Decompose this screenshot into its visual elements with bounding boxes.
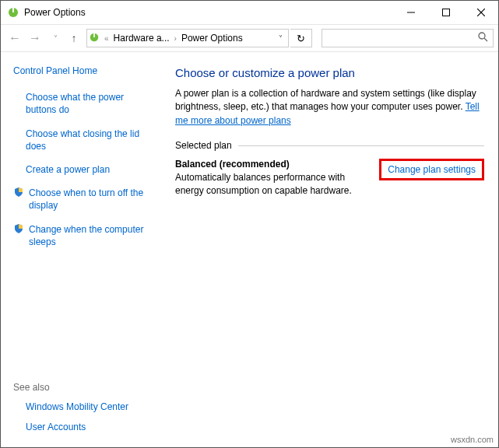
page-description: A power plan is a collection of hardware… xyxy=(175,87,484,128)
plan-description: Automatically balances performance with … xyxy=(175,171,371,198)
see-also-section: See also Windows Mobility Center User Ac… xyxy=(13,382,156,439)
maximize-button[interactable] xyxy=(428,1,463,24)
page-heading: Choose or customize a power plan xyxy=(175,66,484,79)
breadcrumb-power-options[interactable]: Power Options xyxy=(181,33,243,44)
shield-icon xyxy=(13,187,24,200)
window-title: Power Options xyxy=(24,7,393,18)
recent-locations-dropdown[interactable]: ˅ xyxy=(46,29,65,47)
sidebar-item-label: Choose what closing the lid does xyxy=(26,128,156,152)
description-text: A power plan is a collection of hardware… xyxy=(175,88,476,112)
sidebar-item-label: Create a power plan xyxy=(26,163,110,176)
shield-icon xyxy=(13,223,24,236)
svg-rect-3 xyxy=(442,9,449,16)
close-button[interactable] xyxy=(463,1,498,24)
sidebar-item-label: Choose when to turn off the display xyxy=(29,187,156,212)
address-bar[interactable]: « Hardware a... › Power Options ˅ xyxy=(86,29,289,47)
forward-button[interactable]: → xyxy=(26,29,44,47)
address-dropdown-icon[interactable]: ˅ xyxy=(274,34,286,43)
titlebar: Power Options xyxy=(1,1,498,24)
svg-line-9 xyxy=(484,38,487,41)
change-plan-settings-link[interactable]: Change plan settings xyxy=(388,164,476,175)
see-also-user-accounts[interactable]: User Accounts xyxy=(13,421,156,433)
chevron-right-icon: › xyxy=(174,34,177,43)
svg-point-8 xyxy=(479,33,485,39)
highlight-box: Change plan settings xyxy=(379,159,484,180)
sidebar-item-turn-off-display[interactable]: Choose when to turn off the display xyxy=(13,187,156,212)
divider xyxy=(238,145,484,146)
plan-name: Balanced (recommended) xyxy=(175,159,371,170)
minimize-button[interactable] xyxy=(393,1,428,24)
content-body: Control Panel Home Choose what the power… xyxy=(1,52,498,447)
back-button[interactable]: ← xyxy=(5,29,24,47)
selected-plan-heading: Selected plan xyxy=(175,140,484,151)
search-icon xyxy=(478,32,488,44)
sidebar-item-create-plan[interactable]: Create a power plan xyxy=(13,163,156,176)
up-button[interactable]: ↑ xyxy=(66,30,82,46)
power-options-icon xyxy=(7,6,19,19)
power-options-icon xyxy=(89,32,100,45)
search-input[interactable] xyxy=(322,29,494,47)
power-options-window: Power Options ← → ˅ ↑ « Hardware a... › … xyxy=(0,0,499,448)
see-also-mobility-center[interactable]: Windows Mobility Center xyxy=(13,401,156,413)
see-also-label: User Accounts xyxy=(26,421,86,433)
navbar: ← → ˅ ↑ « Hardware a... › Power Options … xyxy=(1,24,498,52)
watermark: wsxdn.com xyxy=(451,435,494,444)
refresh-button[interactable]: ↻ xyxy=(290,29,312,47)
see-also-label: Windows Mobility Center xyxy=(26,401,128,413)
see-also-heading: See also xyxy=(13,382,156,393)
breadcrumb-separator-icon: « xyxy=(104,34,109,43)
sidebar-item-power-buttons[interactable]: Choose what the power buttons do xyxy=(13,91,156,116)
breadcrumb-hardware[interactable]: Hardware a... xyxy=(114,33,170,44)
svg-rect-7 xyxy=(93,33,95,37)
window-controls xyxy=(393,1,498,24)
plan-row: Balanced (recommended) Automatically bal… xyxy=(175,159,484,198)
main-panel: Choose or customize a power plan A power… xyxy=(164,52,498,447)
sidebar-item-closing-lid[interactable]: Choose what closing the lid does xyxy=(13,128,156,152)
sidebar: Control Panel Home Choose what the power… xyxy=(1,52,164,447)
sidebar-item-label: Change when the computer sleeps xyxy=(29,223,156,248)
control-panel-home-link[interactable]: Control Panel Home xyxy=(13,65,156,77)
sidebar-item-label: Choose what the power buttons do xyxy=(26,91,156,116)
selected-plan-label: Selected plan xyxy=(175,140,232,151)
svg-rect-1 xyxy=(12,8,14,12)
sidebar-item-computer-sleeps[interactable]: Change when the computer sleeps xyxy=(13,223,156,248)
